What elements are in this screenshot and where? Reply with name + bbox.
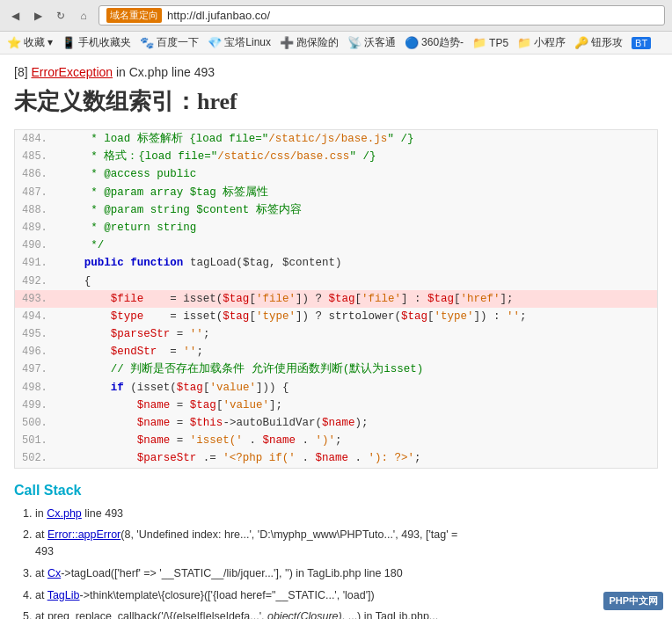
bookmark-mobile[interactable]: 📱 手机收藏夹 — [62, 35, 131, 50]
key-icon: 🔑 — [574, 36, 588, 49]
forward-button[interactable]: ▶ — [30, 8, 46, 24]
error-title: 未定义数组索引：href — [14, 86, 658, 117]
callstack-title: Call Stack — [14, 483, 658, 499]
error-location: in Cx.php line 493 — [116, 65, 215, 79]
error-type-link[interactable]: ErrorException — [31, 65, 113, 79]
bookmark-bt[interactable]: BT — [632, 37, 651, 49]
mobile-icon: 📱 — [62, 36, 76, 49]
url-text: http://dl.jufanbao.co/ — [167, 9, 270, 22]
bookmark-360[interactable]: 🔵 360趋势- — [405, 35, 464, 50]
error-appError-link[interactable]: Error::appError — [47, 528, 121, 541]
bookmark-label: TP5 — [489, 37, 508, 49]
code-line-491: 491. public function tagLoad($tag, $cont… — [15, 254, 657, 272]
address-bar[interactable]: 域名重定向 http://dl.jufanbao.co/ — [99, 5, 665, 25]
star-icon: ⭐ — [7, 36, 21, 49]
back-button[interactable]: ◀ — [7, 8, 23, 24]
callstack-item-1: in Cx.php line 493 — [35, 506, 658, 522]
bookmark-钮形攻[interactable]: 🔑 钮形攻 — [574, 35, 623, 50]
taglib-link[interactable]: TagLib — [47, 589, 80, 601]
redirect-badge: 域名重定向 — [106, 8, 162, 23]
folder-icon: 📁 — [472, 36, 486, 49]
code-line-490: 490. */ — [15, 237, 657, 254]
code-line-500: 500. $name = $this->autoBuildVar($name); — [15, 414, 657, 432]
code-line-493: 493. $file = isset($tag['file']) ? $tag[… — [15, 290, 657, 308]
plus-icon: ➕ — [280, 36, 294, 49]
error-number: [8] — [14, 65, 28, 79]
code-line-502: 502. $parseStr .= '<?php if(' . $name . … — [15, 449, 657, 467]
callstack-item-4: at TagLib->think\template\{closure}(['{l… — [35, 587, 658, 604]
callstack-list: in Cx.php line 493 at Error::appError(8,… — [14, 506, 658, 619]
error-header: [8] ErrorException in Cx.php line 493 — [14, 65, 658, 79]
bookmark-label: 沃客通 — [364, 35, 396, 50]
call-stack: Call Stack in Cx.php line 493 at Error::… — [14, 483, 658, 619]
bookmark-label: 百度一下 — [157, 35, 199, 50]
bookmark-favorites[interactable]: ⭐ 收藏 ▾ — [7, 35, 53, 50]
code-line-497: 497. // 判断是否存在加载条件 允许使用函数判断(默认为isset) — [15, 360, 657, 378]
code-block: 484. * load 标签解析 {load file="/static/js/… — [14, 129, 658, 469]
callstack-item-3: at Cx->tagLoad(['herf' => '__STATIC__/li… — [35, 565, 658, 582]
php-badge: PHP中文网 — [603, 592, 663, 610]
code-line-499: 499. $name = $tag['value']; — [15, 397, 657, 414]
home-button[interactable]: ⌂ — [76, 8, 91, 24]
code-line-485: 485. * 格式：{load file="/static/css/base.c… — [15, 148, 657, 165]
bookmark-tp5[interactable]: 📁 TP5 — [472, 36, 508, 49]
code-line-495: 495. $parseStr = ''; — [15, 325, 657, 343]
bookmark-label: 360趋势- — [421, 35, 464, 50]
code-line-486: 486. * @access public — [15, 165, 657, 183]
bookmark-insurance[interactable]: ➕ 跑保险的 — [280, 35, 339, 50]
bookmark-baidu[interactable]: 🐾 百度一下 — [140, 35, 199, 50]
bookmark-label: 跑保险的 — [296, 35, 339, 50]
pagoda-icon: 💎 — [208, 36, 222, 49]
cx-tagLoad-link[interactable]: Cx — [47, 567, 61, 579]
bookmark-label: 小程序 — [534, 35, 566, 50]
signal-icon: 📡 — [347, 36, 362, 49]
bookmark-label: 收藏 ▾ — [24, 35, 53, 50]
baidu-icon: 🐾 — [140, 36, 154, 49]
browser-navbar: ◀ ▶ ↻ ⌂ 域名重定向 http://dl.jufanbao.co/ — [0, 0, 672, 32]
code-line-489: 489. * @return string — [15, 219, 657, 237]
bookmark-label: 手机收藏夹 — [78, 35, 131, 50]
page-content: [8] ErrorException in Cx.php line 493 未定… — [0, 55, 672, 619]
bookmarks-bar: ⭐ 收藏 ▾ 📱 手机收藏夹 🐾 百度一下 💎 宝塔Linux ➕ 跑保险的 📡… — [0, 32, 672, 55]
code-line-488: 488. * @param string $content 标签内容 — [15, 201, 657, 219]
code-line-494: 494. $type = isset($tag['type']) ? strto… — [15, 308, 657, 325]
code-line-492: 492. { — [15, 273, 657, 290]
reload-button[interactable]: ↻ — [53, 8, 69, 24]
code-line-484: 484. * load 标签解析 {load file="/static/js/… — [15, 130, 657, 148]
folder2-icon: 📁 — [517, 36, 531, 49]
callstack-item-5: at preg_replace_callback('/\{(else|f|els… — [35, 608, 658, 619]
circle-icon: 🔵 — [405, 36, 419, 49]
bookmark-label: 钮形攻 — [591, 35, 623, 50]
callstack-item-2: at Error::appError(8, 'Undefined index: … — [35, 527, 658, 560]
cx-link-1[interactable]: Cx.php — [47, 507, 82, 520]
code-line-501: 501. $name = 'isset(' . $name . ')'; — [15, 432, 657, 449]
bookmark-miniapp[interactable]: 📁 小程序 — [517, 35, 566, 50]
bt-label: BT — [632, 37, 651, 49]
bookmark-woke[interactable]: 📡 沃客通 — [347, 35, 396, 50]
code-line-487: 487. * @param array $tag 标签属性 — [15, 184, 657, 201]
code-line-498: 498. if (isset($tag['value'])) { — [15, 379, 657, 397]
bookmark-pagoda[interactable]: 💎 宝塔Linux — [208, 35, 271, 50]
bookmark-label: 宝塔Linux — [224, 35, 271, 50]
code-line-496: 496. $endStr = ''; — [15, 343, 657, 360]
